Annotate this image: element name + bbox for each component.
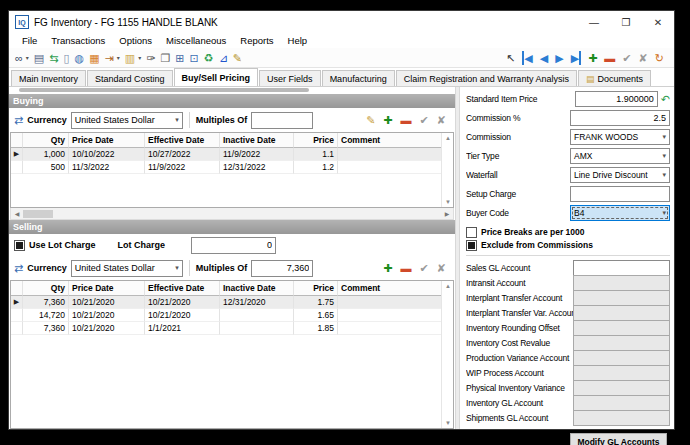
tab-user-fields[interactable]: User Fields	[259, 70, 321, 86]
tab-documents[interactable]: ▤Documents	[578, 70, 651, 86]
scrollbar-thumb[interactable]	[23, 210, 53, 218]
scroll-left-icon[interactable]: ◀	[11, 210, 23, 217]
add-row-icon[interactable]: ✚	[383, 261, 392, 275]
setup-charge-input[interactable]	[570, 186, 670, 202]
order-entry-icon[interactable]: ✑	[146, 51, 155, 65]
buying-multiples-input[interactable]	[251, 112, 313, 129]
inventory-grid-icon[interactable]: ▦	[89, 51, 99, 65]
first-record-icon[interactable]: ◀	[522, 51, 532, 65]
new-document-icon[interactable]: ▯	[63, 51, 69, 65]
selling-grid-col-price[interactable]: Price	[294, 281, 338, 296]
save-row-icon[interactable]: ✔	[420, 113, 429, 127]
buyer-code-select[interactable]: B4▾	[570, 205, 670, 221]
standard-item-price-input[interactable]	[575, 91, 658, 107]
save-record-icon[interactable]: ✔	[622, 51, 631, 65]
delete-record-icon[interactable]: ▬	[604, 51, 615, 65]
tab-claim-registration-and-warranty-analysis[interactable]: Claim Registration and Warranty Analysis	[396, 70, 577, 86]
transfer-arrows-icon[interactable]: ⇆	[49, 51, 58, 65]
add-row-icon[interactable]: ✚	[383, 113, 392, 127]
pane-grip[interactable]	[19, 88, 309, 92]
minimize-button[interactable]: —	[578, 11, 610, 33]
sales-gl-account-input[interactable]	[573, 260, 670, 276]
exclude-from-commissions-checkbox[interactable]	[466, 240, 477, 251]
commission-input[interactable]	[570, 110, 670, 126]
menu-reports[interactable]: Reports	[233, 35, 280, 46]
preview-document-icon[interactable]: ▥	[125, 51, 135, 65]
selling-multiples-input[interactable]	[251, 260, 313, 277]
form-view-icon[interactable]: ⊞	[175, 51, 184, 65]
buying-grid-col-comment[interactable]: Comment	[338, 133, 453, 148]
recycle-search-icon[interactable]: ♻	[204, 51, 214, 65]
buying-grid-vscrollbar[interactable]: ▲▼	[441, 133, 453, 207]
next-record-icon[interactable]: ▶	[555, 51, 563, 65]
modify-gl-accounts-button[interactable]: Modify GL Accounts	[570, 433, 667, 445]
save-row-icon[interactable]: ✔	[420, 261, 429, 275]
notepad-edit-icon[interactable]: ✎	[233, 51, 242, 65]
exit-door-icon[interactable]: ⇥	[105, 51, 114, 65]
copy-price-row-icon[interactable]: ✎	[366, 113, 375, 127]
copy-window-icon[interactable]: ❐	[160, 51, 170, 65]
maximize-button[interactable]: ❐	[610, 11, 642, 33]
tab-standard-costing[interactable]: Standard Costing	[87, 70, 173, 86]
web-lookup-icon[interactable]: ◍	[75, 51, 85, 65]
buying-grid-col-qty[interactable]: Qty	[23, 133, 69, 148]
menu-transactions[interactable]: Transactions	[44, 35, 112, 46]
scroll-right-icon[interactable]: ▶	[441, 210, 453, 217]
menu-miscellaneous[interactable]: Miscellaneous	[159, 35, 233, 46]
menu-file[interactable]: File	[15, 35, 44, 46]
cancel-row-icon[interactable]: ✘	[437, 113, 446, 127]
delete-row-icon[interactable]: ▬	[401, 261, 412, 275]
cancel-edit-icon[interactable]: ✘	[639, 51, 648, 65]
find-icon[interactable]: ∞	[15, 51, 23, 65]
selling-grid-col-comment[interactable]: Comment	[338, 281, 453, 296]
buying-currency-select[interactable]: United States Dollar ▾	[71, 112, 183, 129]
buying-grid-col-effective-date[interactable]: Effective Date	[145, 133, 220, 148]
buying-grid-col-inactive-date[interactable]: Inactive Date	[220, 133, 294, 148]
add-record-icon[interactable]: ✚	[588, 51, 597, 65]
revert-price-icon[interactable]: ↶	[661, 92, 670, 106]
delete-row-icon[interactable]: ▬	[401, 113, 412, 127]
buying-grid-col-price[interactable]: Price	[294, 133, 338, 148]
refresh-icon[interactable]: ↻	[655, 51, 664, 65]
selling-grid-col-price-date[interactable]: Price Date	[69, 281, 145, 296]
cancel-row-icon[interactable]: ✘	[437, 261, 446, 275]
selling-grid-col-effective-date[interactable]: Effective Date	[145, 281, 220, 296]
print-icon[interactable]: ▤	[34, 51, 44, 65]
buying-grid-row[interactable]: ▶1,00010/10/202210/27/202211/9/20221.1	[11, 148, 453, 161]
row-marker-icon: ▶	[11, 296, 23, 309]
close-button[interactable]: ✕	[642, 11, 674, 33]
selling-currency-select[interactable]: United States Dollar ▾	[71, 260, 183, 277]
use-lot-charge-checkbox[interactable]	[14, 240, 25, 251]
scroll-up-icon[interactable]: ▲	[445, 135, 451, 141]
price-breaks-are-per-1000-checkbox[interactable]	[466, 227, 477, 238]
whats-this-help-icon[interactable]: ↖	[506, 51, 515, 65]
selling-grid-col-qty[interactable]: Qty	[23, 281, 69, 296]
commission-select[interactable]: FRANK WOODS▾	[570, 129, 670, 145]
selling-grid-col-inactive-date[interactable]: Inactive Date	[220, 281, 294, 296]
selling-grid-vscrollbar[interactable]: ▲▼	[441, 281, 453, 428]
exit-door-icon-dropdown[interactable]: ▾	[117, 54, 120, 61]
scroll-up-icon[interactable]: ▲	[445, 283, 451, 289]
waterfall-select[interactable]: Line Drive Discount▾	[570, 167, 670, 183]
menu-help[interactable]: Help	[281, 35, 315, 46]
selling-grid-row[interactable]: 14,72010/21/202010/21/20201.65	[11, 309, 453, 322]
selling-grid-row[interactable]: ▶7,36010/21/202010/21/202012/31/20201.75	[11, 296, 453, 309]
chart-icon[interactable]: ⊿	[219, 51, 228, 65]
last-record-icon[interactable]: ▶	[571, 51, 581, 65]
tab-main-inventory[interactable]: Main Inventory	[11, 70, 86, 86]
previous-record-icon[interactable]: ◀	[540, 51, 548, 65]
tab-buy-sell-pricing[interactable]: Buy/Sell Pricing	[174, 68, 259, 86]
buying-grid-hscrollbar[interactable]: ◀ ▶	[10, 208, 454, 220]
buying-grid-row[interactable]: 50011/3/202211/9/202212/31/20221.2	[11, 161, 453, 174]
preview-document-icon-dropdown[interactable]: ▾	[138, 54, 141, 61]
lot-charge-input[interactable]	[191, 237, 276, 254]
buying-grid-col-price-date[interactable]: Price Date	[69, 133, 145, 148]
scroll-down-icon[interactable]: ▼	[445, 420, 451, 426]
selling-grid-row[interactable]: 7,36010/21/20201/1/20211.85	[11, 322, 453, 335]
scroll-down-icon[interactable]: ▼	[445, 199, 451, 205]
tab-manufacturing[interactable]: Manufacturing	[322, 70, 395, 86]
tier-type-select[interactable]: AMX▾	[570, 148, 670, 164]
workstation-icon[interactable]: ⊡	[190, 51, 199, 65]
menu-options[interactable]: Options	[112, 35, 159, 46]
find-icon-dropdown[interactable]: ▾	[26, 54, 29, 61]
